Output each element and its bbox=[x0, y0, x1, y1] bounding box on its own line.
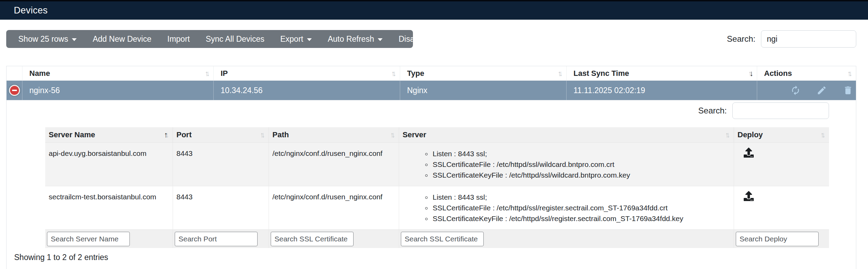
server-name-cell: sectrailcm-test.borsaistanbul.com bbox=[45, 186, 173, 229]
footer-filter-ssl-certificate-key bbox=[399, 230, 734, 248]
port-cell: 8443 bbox=[173, 143, 269, 186]
column-header-name[interactable]: Name ↑↓ bbox=[22, 66, 214, 80]
column-header-ip[interactable]: IP ↑↓ bbox=[214, 66, 400, 80]
device-type-cell: Nginx bbox=[400, 81, 567, 100]
servers-table-footer bbox=[45, 229, 829, 248]
sync-all-devices-button[interactable]: Sync All Devices bbox=[198, 30, 272, 48]
disabled-label: Disabled bbox=[398, 34, 430, 44]
caret-down-icon bbox=[72, 38, 77, 41]
column-label: Last Sync Time bbox=[573, 69, 629, 78]
filter-deploy-input[interactable] bbox=[736, 232, 819, 246]
config-line: Listen : 8443 ssl; bbox=[432, 192, 730, 202]
column-label: Path bbox=[272, 130, 289, 139]
sort-icon: ↑↓ bbox=[260, 131, 265, 139]
column-header-last-sync-time[interactable]: Last Sync Time ↑↓ bbox=[567, 66, 757, 80]
servers-search-input[interactable] bbox=[732, 102, 829, 119]
edit-icon[interactable] bbox=[817, 85, 827, 96]
export-label: Export bbox=[280, 34, 303, 44]
column-label: Server bbox=[403, 130, 426, 139]
server-name-cell: api-dev.uyg.borsaistanbul.com bbox=[45, 143, 173, 186]
config-line: Listen : 8443 ssl; bbox=[432, 148, 730, 159]
sort-icon: ↑↓ bbox=[558, 70, 563, 77]
sort-icon: ↑↓ bbox=[820, 131, 826, 139]
sort-desc-icon: ↑↓ bbox=[748, 70, 753, 77]
show-rows-button[interactable]: Show 25 rows bbox=[10, 30, 85, 48]
column-header-port[interactable]: Port ↑↓ bbox=[173, 127, 269, 142]
sort-icon: ↑↓ bbox=[391, 70, 396, 77]
toolbar: Show 25 rows Add New Device Import Sync … bbox=[6, 30, 413, 48]
servers-table-header: Server Name ↑↓ Port ↑↓ Path ↑↓ Server ↑↓ bbox=[45, 127, 829, 142]
auto-refresh-label: Auto Refresh bbox=[328, 34, 374, 44]
config-line: SSLCertificateKeyFile : /etc/httpd/ssl/w… bbox=[432, 170, 730, 180]
upload-icon[interactable] bbox=[744, 148, 754, 158]
server-config-cell: Listen : 8443 ssl; SSLCertificateFile : … bbox=[399, 186, 734, 229]
caret-down-icon bbox=[378, 38, 383, 41]
column-label: Name bbox=[29, 69, 50, 78]
config-line: SSLCertificateFile : /etc/httpd/ssl/wild… bbox=[432, 159, 730, 170]
footer-filter-deploy bbox=[734, 230, 829, 248]
port-cell: 8443 bbox=[173, 186, 269, 229]
sort-icon: ↑↓ bbox=[725, 131, 730, 139]
column-header-deploy[interactable]: Deploy ↑↓ bbox=[734, 127, 829, 142]
delete-icon[interactable] bbox=[843, 85, 853, 96]
path-cell: /etc/nginx/conf.d/rusen_nginx.conf bbox=[269, 186, 399, 229]
sync-all-devices-label: Sync All Devices bbox=[206, 34, 264, 44]
upload-icon[interactable] bbox=[744, 191, 754, 201]
deploy-cell bbox=[734, 143, 829, 186]
import-label: Import bbox=[167, 34, 190, 44]
app-header: Devices bbox=[0, 1, 868, 20]
devices-table-header: Name ↑↓ IP ↑↓ Type ↑↓ Last Sync Time ↑↓ … bbox=[7, 66, 856, 81]
column-header-control bbox=[7, 66, 22, 80]
column-header-actions[interactable]: Actions ↑↓ bbox=[757, 66, 856, 80]
server-row: api-dev.uyg.borsaistanbul.com 8443 /etc/… bbox=[45, 142, 829, 186]
server-config-cell: Listen : 8443 ssl; SSLCertificateFile : … bbox=[399, 143, 734, 186]
import-button[interactable]: Import bbox=[160, 30, 198, 48]
search-label: Search: bbox=[698, 106, 727, 116]
deploy-cell bbox=[734, 186, 829, 229]
column-label: IP bbox=[221, 69, 228, 78]
device-actions-cell bbox=[757, 81, 856, 100]
column-header-server-name[interactable]: Server Name ↑↓ bbox=[45, 127, 173, 142]
column-header-path[interactable]: Path ↑↓ bbox=[269, 127, 399, 142]
add-new-device-button[interactable]: Add New Device bbox=[85, 30, 159, 48]
collapse-row-icon[interactable] bbox=[9, 85, 20, 96]
footer-filter-server-name bbox=[45, 230, 173, 248]
caret-down-icon bbox=[307, 38, 312, 41]
column-label: Server Name bbox=[49, 130, 95, 139]
column-label: Type bbox=[407, 69, 424, 78]
config-line: SSLCertificateKeyFile : /etc/httpd/ssl/r… bbox=[432, 213, 730, 224]
entries-info: Showing 1 to 2 of 2 entries bbox=[14, 253, 108, 262]
filter-ssl-certificate-key-input[interactable] bbox=[401, 232, 484, 246]
export-button[interactable]: Export bbox=[272, 30, 320, 48]
filter-server-name-input[interactable] bbox=[47, 232, 130, 246]
column-header-type[interactable]: Type ↑↓ bbox=[400, 66, 567, 80]
sync-icon[interactable] bbox=[790, 85, 801, 96]
column-header-server[interactable]: Server ↑↓ bbox=[399, 127, 734, 142]
servers-search: Search: bbox=[698, 102, 829, 119]
device-last-sync-cell: 11.11.2025 02:02:19 bbox=[567, 81, 757, 100]
server-config-list: Listen : 8443 ssl; SSLCertificateFile : … bbox=[403, 148, 730, 180]
device-name-cell: nginx-56 bbox=[22, 81, 214, 100]
devices-search-input[interactable] bbox=[761, 30, 856, 48]
sort-icon: ↑↓ bbox=[847, 70, 852, 77]
expanded-device-panel: Search: Server Name ↑↓ Port ↑↓ Path ↑↓ bbox=[7, 100, 856, 269]
auto-refresh-button[interactable]: Auto Refresh bbox=[320, 30, 390, 48]
devices-page: Devices Show 25 rows Add New Device Impo… bbox=[0, 0, 868, 269]
footer-filter-ssl-certificate-file bbox=[269, 230, 399, 248]
servers-table: Server Name ↑↓ Port ↑↓ Path ↑↓ Server ↑↓ bbox=[45, 127, 829, 248]
server-config-list: Listen : 8443 ssl; SSLCertificateFile : … bbox=[403, 192, 730, 224]
server-row: sectrailcm-test.borsaistanbul.com 8443 /… bbox=[45, 186, 829, 229]
disabled-button[interactable]: Disabled bbox=[390, 30, 437, 48]
page-title: Devices bbox=[14, 5, 48, 16]
device-ip-cell: 10.34.24.56 bbox=[214, 81, 400, 100]
path-cell: /etc/nginx/conf.d/rusen_nginx.conf bbox=[269, 143, 399, 186]
device-row: nginx-56 10.34.24.56 Nginx 11.11.2025 02… bbox=[7, 81, 856, 100]
sort-icon: ↑↓ bbox=[390, 131, 395, 139]
add-new-device-label: Add New Device bbox=[93, 34, 151, 44]
footer-filter-port bbox=[173, 230, 269, 248]
filter-port-input[interactable] bbox=[175, 232, 258, 246]
sort-icon: ↑↓ bbox=[205, 70, 210, 77]
minus-glyph bbox=[12, 90, 17, 91]
filter-ssl-certificate-file-input[interactable] bbox=[271, 232, 354, 246]
column-label: Port bbox=[176, 130, 192, 139]
